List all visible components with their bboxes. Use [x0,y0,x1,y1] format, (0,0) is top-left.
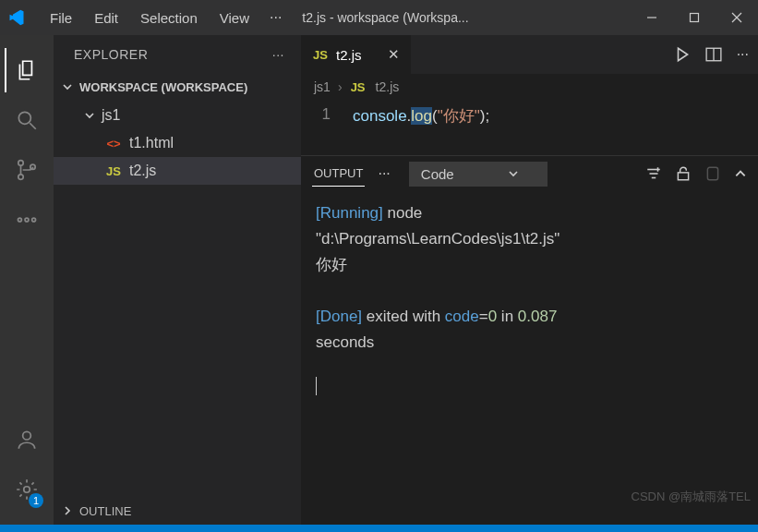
file-t1-html[interactable]: <> t1.html [54,129,301,157]
menu-overflow-icon[interactable]: ··· [260,9,291,26]
minimize-button[interactable] [631,0,673,35]
activity-bar: 1 [0,35,54,525]
explorer-sidebar: EXPLORER ··· WORKSPACE (WORKSPACE) js1 <… [54,35,301,525]
workspace-label: WORKSPACE (WORKSPACE) [79,80,247,94]
title-bar: File Edit Selection View ··· t2.js - wor… [0,0,758,35]
close-icon[interactable]: ✕ [388,46,400,63]
editor-tabs: JS t2.js ✕ ··· [301,35,758,74]
tab-t2-js[interactable]: JS t2.js ✕ [301,35,412,74]
maximize-button[interactable] [673,0,716,35]
svg-point-11 [32,218,36,222]
code-line-1[interactable]: console.log("你好"); [353,105,489,155]
svg-rect-21 [707,167,717,180]
lock-icon[interactable] [675,165,692,182]
file-t2-js[interactable]: JS t2.js [54,157,301,185]
outline-section[interactable]: OUTLINE [54,497,301,525]
activity-search[interactable] [5,98,49,142]
output-body[interactable]: [Running] node "d:\Programs\LearnCodes\j… [301,191,758,525]
chevron-up-icon[interactable] [734,167,747,180]
watermark: CSDN @南城雨落TEL [632,487,752,506]
output-key: code [445,308,479,325]
output-text: seconds [316,330,743,356]
editor-area: JS t2.js ✕ ··· js1 › JS t2.js 1 console.… [301,35,758,525]
vscode-logo-icon [7,8,26,27]
activity-settings[interactable]: 1 [5,467,49,512]
activity-extensions[interactable] [5,198,49,242]
file-tree: js1 <> t1.html JS t2.js [54,100,301,497]
svg-rect-1 [691,14,699,22]
js-file-icon: JS [105,164,122,178]
panel-tab-output[interactable]: OUTPUT [312,161,365,187]
status-bar[interactable] [0,525,758,532]
token-semi: ; [485,107,489,125]
chevron-right-icon [61,504,74,517]
svg-point-13 [24,487,30,493]
svg-point-9 [18,218,21,222]
output-number: 0.087 [518,308,558,325]
folder-label: js1 [102,107,120,124]
tab-label: t2.js [336,47,379,63]
activity-accounts[interactable] [5,417,49,462]
file-label: t1.html [129,135,174,151]
code-editor[interactable]: 1 console.log("你好"); [301,100,758,155]
chevron-right-icon: › [338,79,343,94]
js-file-icon: JS [312,48,329,62]
svg-rect-20 [678,173,688,180]
activity-explorer[interactable] [5,48,49,92]
output-done-tag: [Done] [316,308,362,325]
window-title: t2.js - workspace (Workspa... [291,10,631,25]
line-number: 1 [301,105,353,155]
svg-point-4 [18,112,30,124]
cursor [316,377,317,395]
file-label: t2.js [129,163,156,179]
output-text: = [479,308,488,325]
svg-point-12 [23,431,31,440]
filter-icon[interactable] [645,165,662,182]
chevron-down-icon [83,109,96,122]
breadcrumb-folder[interactable]: js1 [314,79,331,94]
dropdown-value: Code [421,166,454,182]
explorer-actions-icon[interactable]: ··· [272,47,284,62]
output-text: exited with [362,308,445,325]
folder-js1[interactable]: js1 [54,102,301,129]
output-text: 你好 [316,252,743,278]
output-number: 0 [488,308,497,325]
js-file-icon: JS [350,80,367,94]
output-text: in [497,308,518,325]
html-file-icon: <> [105,137,122,151]
clear-icon[interactable] [704,165,721,182]
breadcrumb-file[interactable]: t2.js [376,79,400,94]
workspace-section[interactable]: WORKSPACE (WORKSPACE) [54,74,301,100]
output-text: "d:\Programs\LearnCodes\js1\t2.js" [316,226,743,252]
token-string: "你好" [438,107,480,125]
settings-badge: 1 [29,493,43,508]
token-console: console [353,107,407,125]
split-editor-icon[interactable] [705,46,722,63]
editor-more-icon[interactable]: ··· [737,46,749,63]
run-icon[interactable] [674,46,691,63]
svg-line-5 [30,123,36,129]
breadcrumbs[interactable]: js1 › JS t2.js [301,74,758,100]
explorer-title: EXPLORER [74,47,148,62]
menu-view[interactable]: View [209,10,260,26]
menu-file[interactable]: File [39,10,83,26]
outline-label: OUTLINE [79,504,131,518]
output-text: node [383,204,423,222]
token-log: log [411,107,432,125]
svg-point-6 [18,161,23,165]
svg-point-7 [18,175,23,179]
close-button[interactable] [716,0,758,35]
chevron-down-icon [61,80,74,93]
chevron-down-icon [508,168,519,179]
output-running-tag: [Running] [316,204,383,222]
activity-source-control[interactable] [5,148,49,192]
bottom-panel: OUTPUT ··· Code [Running] node "d:\Progr… [301,155,758,525]
output-channel-dropdown[interactable]: Code [409,162,547,187]
menu-edit[interactable]: Edit [83,10,129,26]
panel-more-icon[interactable]: ··· [378,165,390,182]
menu-selection[interactable]: Selection [129,10,209,26]
svg-point-10 [25,218,29,222]
